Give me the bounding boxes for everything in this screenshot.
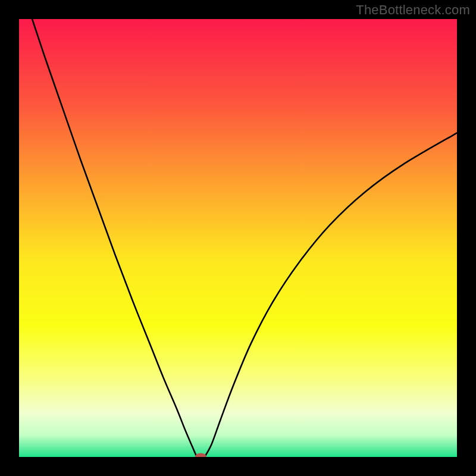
plot-area [19, 19, 457, 457]
chart-svg [19, 19, 457, 457]
watermark-text: TheBottleneck.com [356, 2, 470, 18]
background-rect [19, 19, 457, 457]
chart-frame: TheBottleneck.com [0, 0, 476, 476]
